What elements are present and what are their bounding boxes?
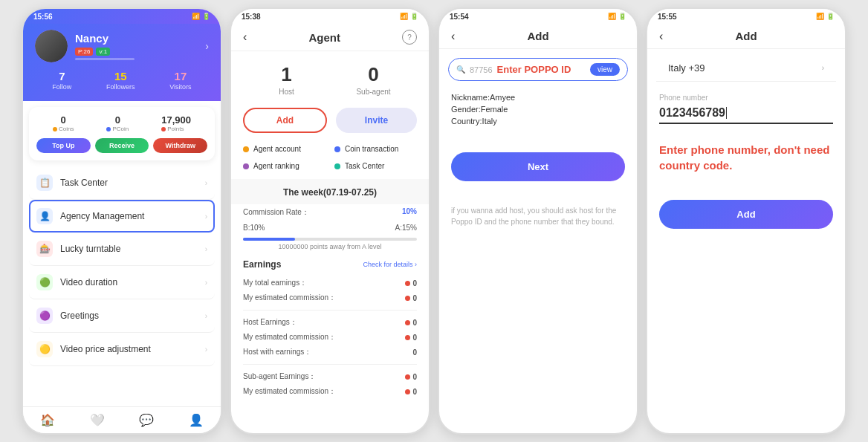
wallet-buttons: Top Up Receive Withdraw: [36, 138, 207, 153]
phone2-body: ‹ Agent ? 1 Host 0 Sub-agent Add Invite …: [231, 24, 429, 433]
profile-icon: 👤: [189, 413, 204, 427]
nav-chat[interactable]: 💬: [139, 413, 154, 427]
phone-agent: 15:38 📶 🔋 ‹ Agent ? 1 Host 0 Sub-agent A…: [230, 7, 430, 435]
user-gender: Gender:Female: [451, 105, 625, 114]
add-title-4: Add: [735, 30, 757, 42]
stat-visitors: 17 Visitors: [169, 70, 191, 91]
check-details[interactable]: Check for details ›: [363, 261, 417, 268]
dot-task-center: [334, 163, 340, 169]
menu-label-agency: Agency Management: [60, 211, 198, 221]
search-id: 87756: [470, 65, 493, 74]
add-button[interactable]: Add: [659, 200, 833, 229]
coins-amount: 0: [53, 114, 74, 126]
back-button-4[interactable]: ‹: [659, 30, 663, 43]
menu-label-task: Task Center: [60, 178, 198, 188]
earnings-row-host: Host Earnings： 0: [243, 315, 417, 330]
earnings-row-host-commission: My estimated commission： 0: [243, 330, 417, 345]
coins-type: Coins: [53, 126, 74, 132]
time-1: 15:56: [33, 13, 53, 21]
country-row[interactable]: Italy +39 ›: [656, 55, 836, 82]
phone-field-label: Phone number: [659, 94, 833, 102]
action-coin-transaction[interactable]: Coin transaction: [334, 145, 417, 153]
phone4-body: ‹ Add Italy +39 › Phone number 012345678…: [647, 24, 845, 244]
stat-subagent: 0 Sub-agent: [330, 63, 417, 96]
back-button-3[interactable]: ‹: [451, 30, 455, 43]
country-text: Italy +39: [668, 62, 705, 74]
menu-item-turntable[interactable]: 🎰 Lucky turntable ›: [29, 233, 215, 266]
menu-item-greetings[interactable]: 🟣 Greetings ›: [29, 299, 215, 333]
earnings-row-host-with: Host with earnings： 0: [243, 345, 417, 360]
nav-profile[interactable]: 👤: [189, 413, 204, 427]
dot-agent-account: [243, 146, 249, 152]
country-chevron: ›: [822, 64, 824, 72]
action-task-center[interactable]: Task Center: [334, 162, 417, 170]
points-amount: 17,900: [161, 114, 191, 126]
dot-coin-transaction: [334, 146, 340, 152]
commission-row: Commission Rate： 10%: [231, 204, 429, 221]
heart-icon: 🤍: [90, 413, 105, 427]
pcoin-amount: 0: [106, 114, 129, 126]
profile-name-area: Nancy P:26 v:1: [75, 32, 198, 60]
agent-header: ‹ Agent ?: [231, 24, 429, 51]
wallet-points: 17,900 Points: [161, 114, 191, 132]
turntable-icon: 🎰: [36, 241, 53, 257]
commission-label: Commission Rate：: [243, 207, 309, 218]
help-button[interactable]: ?: [402, 30, 417, 45]
view-button[interactable]: view: [590, 63, 620, 76]
invite-button[interactable]: Invite: [336, 108, 417, 133]
phone-input[interactable]: 0123456789: [659, 106, 833, 124]
level-bar-fill: [243, 238, 295, 241]
receive-button[interactable]: Receive: [95, 138, 149, 153]
dot-pink: [161, 127, 166, 131]
earnings-row-subagent: Sub-agent Earnings： 0: [243, 369, 417, 384]
menu-item-video-duration[interactable]: 🟢 Video duration ›: [29, 266, 215, 299]
subagent-count: 0: [330, 63, 417, 86]
pcoin-type: PCoin: [106, 126, 129, 132]
avatar: [35, 30, 68, 62]
search-icon-3: 🔍: [456, 65, 465, 74]
add-host-button[interactable]: Add: [243, 108, 327, 133]
action-agent-ranking[interactable]: Agent ranking: [243, 162, 326, 170]
level-text: 10000000 points away from A level: [243, 243, 417, 250]
topup-button[interactable]: Top Up: [36, 138, 91, 153]
agent-buttons: Add Invite: [231, 108, 429, 145]
menu-item-task[interactable]: 📋 Task Center ›: [29, 166, 215, 200]
week-section: The week(07.19-07.25): [231, 179, 429, 204]
user-info-3: Nickname:Amyee Gender:Female Country:Ita…: [439, 90, 637, 137]
followers-label: Followers: [106, 83, 135, 91]
phone-field-section: Phone number 0123456789: [647, 88, 845, 130]
status-bar-2: 15:38 📶 🔋: [231, 9, 429, 24]
menu-item-video-price[interactable]: 🟡 Video price adjustment ›: [29, 333, 215, 366]
earnings-divider-2: [243, 364, 417, 365]
subagent-label: Sub-agent: [330, 88, 417, 96]
earnings-title: Earnings: [243, 259, 281, 270]
phone1-body: Nancy P:26 v:1 › 7 Follow 15 Followers: [23, 24, 221, 433]
profile-header: Nancy P:26 v:1 › 7 Follow 15 Followers: [23, 24, 221, 101]
search-bar-3[interactable]: 🔍 87756 Enter POPPO ID view: [448, 58, 628, 81]
wallet-section: 0 Coins 0 PCoin 17,900: [29, 107, 215, 160]
wallet-row: 0 Coins 0 PCoin 17,900: [36, 114, 207, 132]
chat-icon: 💬: [139, 413, 154, 427]
points-type: Points: [161, 126, 191, 132]
nav-home[interactable]: 🏠: [40, 413, 55, 427]
error-text: Enter phone number, don't need country c…: [647, 130, 845, 185]
add-title-3: Add: [527, 30, 548, 42]
agent-actions-2: Agent ranking Task Center: [231, 162, 429, 179]
action-agent-account[interactable]: Agent account: [243, 145, 326, 153]
status-bar-1: 15:56 📶 🔋: [23, 9, 221, 24]
profile-chevron[interactable]: ›: [205, 40, 209, 52]
week-title: The week(07.19-07.25): [283, 187, 377, 198]
back-button-2[interactable]: ‹: [243, 30, 247, 44]
withdraw-button[interactable]: Withdraw: [153, 138, 207, 153]
earnings-row-subagent-commission: My estimated commission： 0: [243, 384, 417, 399]
nav-heart[interactable]: 🤍: [90, 413, 105, 427]
next-button[interactable]: Next: [451, 152, 625, 181]
search-placeholder: Enter POPPO ID: [497, 64, 586, 75]
agent-stats: 1 Host 0 Sub-agent: [231, 51, 429, 108]
stat-follow: 7 Follow: [52, 70, 71, 91]
menu-label-video-price: Video price adjustment: [60, 344, 198, 354]
profile-name: Nancy: [75, 32, 198, 45]
menu-item-agency[interactable]: 👤 Agency Management ›: [29, 200, 215, 233]
menu-label-video-duration: Video duration: [60, 277, 198, 287]
earnings-section: Earnings Check for details › My total ea…: [231, 253, 429, 405]
